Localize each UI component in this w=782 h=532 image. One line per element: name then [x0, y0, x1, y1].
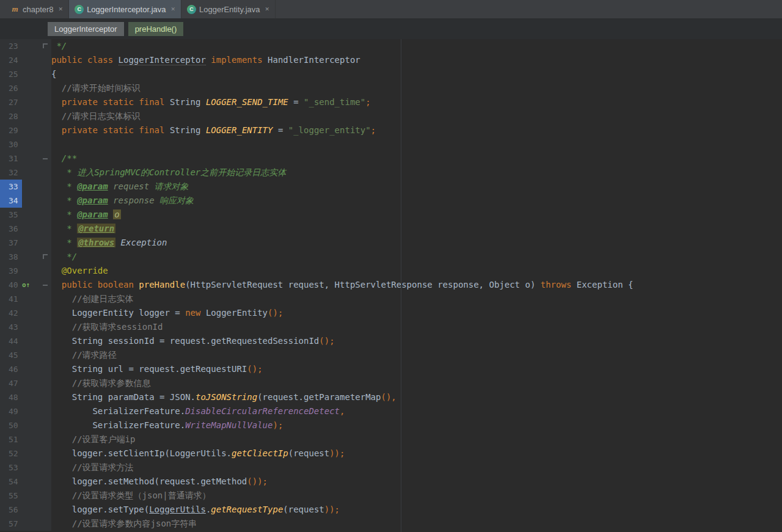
code-line[interactable]: 42 LoggerEntity logger = new LoggerEntit…: [0, 306, 782, 320]
gutter: 39: [0, 264, 51, 278]
code-token: {: [51, 69, 56, 79]
code-line[interactable]: 29 private static final String LOGGER_EN…: [0, 123, 782, 137]
line-number[interactable]: 31: [0, 151, 22, 166]
code-line[interactable]: 23 */: [0, 39, 782, 53]
code-line[interactable]: 50 SerializerFeature.WriteMapNullValue);: [0, 418, 782, 432]
code-line[interactable]: 24public class LoggerInterceptor impleme…: [0, 53, 782, 67]
editor[interactable]: 23 */24public class LoggerInterceptor im…: [0, 39, 782, 532]
code-line[interactable]: 53 //设置请求方法: [0, 461, 782, 475]
code-line[interactable]: 47 //获取请求参数信息: [0, 376, 782, 390]
tab-label: LoggerEntity.java: [199, 5, 260, 14]
line-number[interactable]: 40: [0, 278, 22, 292]
code-line[interactable]: 30: [0, 137, 782, 151]
close-tab-icon[interactable]: ✕: [171, 6, 176, 12]
code-line[interactable]: 25{: [0, 67, 782, 81]
fold-end-icon[interactable]: [43, 43, 48, 48]
code-line[interactable]: 26 //请求开始时间标识: [0, 81, 782, 95]
editor-tab-LoggerInterceptor.java[interactable]: CLoggerInterceptor.java✕: [69, 0, 181, 18]
line-number[interactable]: 29: [0, 123, 22, 137]
code-line[interactable]: 37 * @throws Exception: [0, 236, 782, 250]
line-number[interactable]: 57: [0, 517, 22, 531]
code-line[interactable]: 44 String sessionId = request.getRequest…: [0, 334, 782, 348]
editor-tab-chapter8[interactable]: mchapter8✕: [5, 0, 69, 18]
line-number[interactable]: 54: [0, 475, 22, 489]
code-text: public class LoggerInterceptor implement…: [51, 53, 360, 67]
code-token: public boolean: [51, 280, 139, 290]
line-number[interactable]: 39: [0, 264, 22, 278]
code-line[interactable]: 54 logger.setMethod(request.getMethod())…: [0, 475, 782, 489]
code-line[interactable]: 46 String url = request.getRequestURI();: [0, 362, 782, 376]
line-number[interactable]: 28: [0, 109, 22, 123]
line-number[interactable]: 32: [0, 166, 22, 180]
line-number[interactable]: 53: [0, 461, 22, 475]
code-line[interactable]: 36 * @return: [0, 222, 782, 236]
line-number[interactable]: 27: [0, 95, 22, 109]
code-token: //请求开始时间标识: [51, 83, 141, 93]
breadcrumb-bar: LoggerInterceptorpreHandle(): [0, 18, 782, 39]
code-line[interactable]: 28 //请求日志实体标识: [0, 109, 782, 123]
override-method-icon[interactable]: o↑: [22, 278, 30, 292]
line-number[interactable]: 26: [0, 81, 22, 95]
line-number[interactable]: 47: [0, 376, 22, 390]
line-number[interactable]: 23: [0, 39, 22, 53]
code-line[interactable]: 51 //设置客户端ip: [0, 432, 782, 446]
line-number[interactable]: 52: [0, 446, 22, 461]
fold-start-icon[interactable]: [43, 285, 48, 290]
line-number[interactable]: 49: [0, 404, 22, 418]
code-token: o: [113, 210, 120, 219]
code-line[interactable]: 45 //请求路径: [0, 348, 782, 362]
gutter: 36: [0, 222, 51, 236]
code-line[interactable]: 57 //设置请求参数内容json字符串: [0, 517, 782, 531]
code-line[interactable]: 35 * @param o: [0, 208, 782, 222]
line-number[interactable]: 35: [0, 208, 22, 222]
code-line[interactable]: 31 /**: [0, 151, 782, 166]
line-number[interactable]: 51: [0, 432, 22, 446]
line-number[interactable]: 25: [0, 67, 22, 81]
code-token: preHandle: [139, 280, 185, 290]
code-line[interactable]: 43 //获取请求sessionId: [0, 320, 782, 334]
code-token: //创建日志实体: [51, 294, 134, 304]
code-line[interactable]: 32 * 进入SpringMVC的Controller之前开始记录日志实体: [0, 166, 782, 180]
code-line[interactable]: 27 private static final String LOGGER_SE…: [0, 95, 782, 109]
code-line[interactable]: 41 //创建日志实体: [0, 292, 782, 306]
fold-end-icon[interactable]: [43, 254, 48, 259]
code-line[interactable]: 49 SerializerFeature.DisableCircularRefe…: [0, 404, 782, 418]
code-line[interactable]: 40o↑ public boolean preHandle(HttpServle…: [0, 278, 782, 292]
line-number[interactable]: 24: [0, 53, 22, 67]
breadcrumb-class[interactable]: LoggerInterceptor: [48, 22, 124, 36]
line-number[interactable]: 41: [0, 292, 22, 306]
line-number[interactable]: 56: [0, 503, 22, 517]
fold-start-icon[interactable]: [43, 158, 48, 163]
code-line[interactable]: 38 */: [0, 250, 782, 264]
line-number[interactable]: 45: [0, 348, 22, 362]
code-token: private static final: [51, 97, 170, 107]
line-number-bookmark[interactable]: 34: [0, 194, 22, 208]
code-text: String paramData = JSON.toJSONString(req…: [51, 390, 396, 404]
line-number[interactable]: 37: [0, 236, 22, 250]
code-line[interactable]: 33 * @param request 请求对象: [0, 180, 782, 194]
breadcrumb-method[interactable]: preHandle(): [128, 22, 184, 36]
line-number[interactable]: 42: [0, 306, 22, 320]
code-text: //请求日志实体标识: [51, 109, 141, 123]
code-line[interactable]: 39 @Override: [0, 264, 782, 278]
line-number[interactable]: 36: [0, 222, 22, 236]
line-number[interactable]: 50: [0, 418, 22, 432]
line-number[interactable]: 44: [0, 334, 22, 348]
code-line[interactable]: 34 * @param response 响应对象: [0, 194, 782, 208]
ide-window: mchapter8✕CLoggerInterceptor.java✕CLogge…: [0, 0, 782, 532]
close-tab-icon[interactable]: ✕: [265, 6, 270, 12]
line-number[interactable]: 48: [0, 390, 22, 404]
code-line[interactable]: 55 //设置请求类型（json|普通请求）: [0, 489, 782, 503]
code-line[interactable]: 48 String paramData = JSON.toJSONString(…: [0, 390, 782, 404]
line-number[interactable]: 38: [0, 250, 22, 264]
line-number[interactable]: 43: [0, 320, 22, 334]
line-number-bookmark[interactable]: 33: [0, 180, 22, 194]
code-token: );: [272, 420, 283, 430]
line-number[interactable]: 46: [0, 362, 22, 376]
editor-tab-LoggerEntity.java[interactable]: CLoggerEntity.java✕: [181, 0, 276, 18]
line-number[interactable]: 30: [0, 137, 22, 151]
line-number[interactable]: 55: [0, 489, 22, 503]
close-tab-icon[interactable]: ✕: [59, 6, 64, 12]
code-line[interactable]: 52 logger.setClientIp(LoggerUtils.getCli…: [0, 446, 782, 461]
code-line[interactable]: 56 logger.setType(LoggerUtils.getRequest…: [0, 503, 782, 517]
